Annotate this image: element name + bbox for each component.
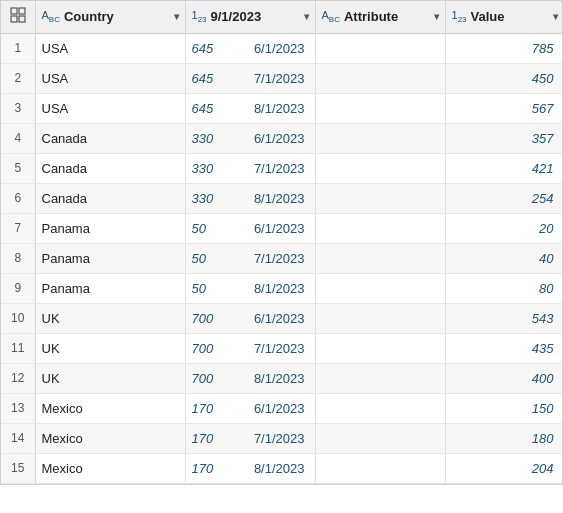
- value-column-label: Value: [471, 9, 549, 24]
- table-row: 14Mexico1707/1/2023180: [1, 423, 563, 453]
- cell-attribute: [315, 153, 445, 183]
- svg-rect-2: [11, 16, 17, 22]
- table-row: 11UK7007/1/2023435: [1, 333, 563, 363]
- cell-value: 785: [445, 33, 563, 63]
- cell-date: 3307/1/2023: [185, 153, 315, 183]
- cell-country: USA: [35, 33, 185, 63]
- cell-attribute: [315, 123, 445, 153]
- cell-value: 567: [445, 93, 563, 123]
- table-row: 9Panama508/1/202380: [1, 273, 563, 303]
- table-row: 10UK7006/1/2023543: [1, 303, 563, 333]
- header-value[interactable]: 123 Value ▾: [445, 1, 563, 33]
- row-index: 10: [1, 303, 35, 333]
- attribute-type-icon: ABC: [322, 9, 340, 24]
- cell-value: 400: [445, 363, 563, 393]
- cell-date: 7008/1/2023: [185, 363, 315, 393]
- svg-rect-3: [19, 16, 25, 22]
- cell-attribute: [315, 273, 445, 303]
- table-row: 5Canada3307/1/2023421: [1, 153, 563, 183]
- cell-value: 150: [445, 393, 563, 423]
- cell-country: Panama: [35, 213, 185, 243]
- table-row: 4Canada3306/1/2023357: [1, 123, 563, 153]
- cell-country: Canada: [35, 153, 185, 183]
- cell-value: 543: [445, 303, 563, 333]
- svg-rect-0: [11, 8, 17, 14]
- row-index: 9: [1, 273, 35, 303]
- cell-country: UK: [35, 333, 185, 363]
- date-type-icon: 123: [192, 9, 207, 24]
- cell-date: 7006/1/2023: [185, 303, 315, 333]
- table-row: 12UK7008/1/2023400: [1, 363, 563, 393]
- row-index: 8: [1, 243, 35, 273]
- cell-date: 6458/1/2023: [185, 93, 315, 123]
- table-row: 7Panama506/1/202320: [1, 213, 563, 243]
- cell-date: 506/1/2023: [185, 213, 315, 243]
- cell-date: 508/1/2023: [185, 273, 315, 303]
- table-row: 3USA6458/1/2023567: [1, 93, 563, 123]
- header-index: [1, 1, 35, 33]
- cell-country: USA: [35, 93, 185, 123]
- cell-date: 507/1/2023: [185, 243, 315, 273]
- cell-country: Panama: [35, 273, 185, 303]
- cell-attribute: [315, 363, 445, 393]
- cell-attribute: [315, 303, 445, 333]
- date-column-label: 9/1/2023: [211, 9, 300, 24]
- cell-attribute: [315, 213, 445, 243]
- cell-value: 80: [445, 273, 563, 303]
- country-dropdown-icon[interactable]: ▾: [174, 11, 179, 22]
- cell-attribute: [315, 333, 445, 363]
- row-index: 2: [1, 63, 35, 93]
- row-index: 15: [1, 453, 35, 483]
- header-date[interactable]: 123 9/1/2023 ▾: [185, 1, 315, 33]
- cell-date: 6457/1/2023: [185, 63, 315, 93]
- header-row: ABC Country ▾ 123 9/1/2023 ▾ ABC Att: [1, 1, 563, 33]
- country-type-icon: ABC: [42, 9, 60, 24]
- table-row: 8Panama507/1/202340: [1, 243, 563, 273]
- row-index: 1: [1, 33, 35, 63]
- cell-value: 204: [445, 453, 563, 483]
- cell-value: 20: [445, 213, 563, 243]
- table-row: 13Mexico1706/1/2023150: [1, 393, 563, 423]
- cell-attribute: [315, 33, 445, 63]
- cell-country: Mexico: [35, 453, 185, 483]
- data-table: ABC Country ▾ 123 9/1/2023 ▾ ABC Att: [0, 0, 563, 485]
- row-index: 6: [1, 183, 35, 213]
- value-type-icon: 123: [452, 9, 467, 24]
- table-row: 15Mexico1708/1/2023204: [1, 453, 563, 483]
- cell-value: 421: [445, 153, 563, 183]
- cell-attribute: [315, 393, 445, 423]
- svg-rect-1: [19, 8, 25, 14]
- cell-country: Panama: [35, 243, 185, 273]
- cell-value: 254: [445, 183, 563, 213]
- row-index: 7: [1, 213, 35, 243]
- table-row: 1USA6456/1/2023785: [1, 33, 563, 63]
- cell-country: UK: [35, 303, 185, 333]
- date-dropdown-icon[interactable]: ▾: [304, 11, 309, 22]
- cell-country: UK: [35, 363, 185, 393]
- cell-country: Canada: [35, 183, 185, 213]
- table-row: 2USA6457/1/2023450: [1, 63, 563, 93]
- value-dropdown-icon[interactable]: ▾: [553, 11, 558, 22]
- cell-date: 3308/1/2023: [185, 183, 315, 213]
- row-index: 3: [1, 93, 35, 123]
- cell-country: Canada: [35, 123, 185, 153]
- cell-country: Mexico: [35, 393, 185, 423]
- cell-attribute: [315, 423, 445, 453]
- cell-attribute: [315, 183, 445, 213]
- row-index: 12: [1, 363, 35, 393]
- cell-value: 180: [445, 423, 563, 453]
- cell-country: Mexico: [35, 423, 185, 453]
- cell-date: 1708/1/2023: [185, 453, 315, 483]
- row-index: 14: [1, 423, 35, 453]
- row-index: 5: [1, 153, 35, 183]
- cell-country: USA: [35, 63, 185, 93]
- attribute-dropdown-icon[interactable]: ▾: [434, 11, 439, 22]
- row-index: 11: [1, 333, 35, 363]
- attribute-column-label: Attribute: [344, 9, 430, 24]
- header-attribute[interactable]: ABC Attribute ▾: [315, 1, 445, 33]
- cell-value: 357: [445, 123, 563, 153]
- row-index: 4: [1, 123, 35, 153]
- header-country[interactable]: ABC Country ▾: [35, 1, 185, 33]
- grid-icon: [10, 7, 26, 23]
- cell-date: 7007/1/2023: [185, 333, 315, 363]
